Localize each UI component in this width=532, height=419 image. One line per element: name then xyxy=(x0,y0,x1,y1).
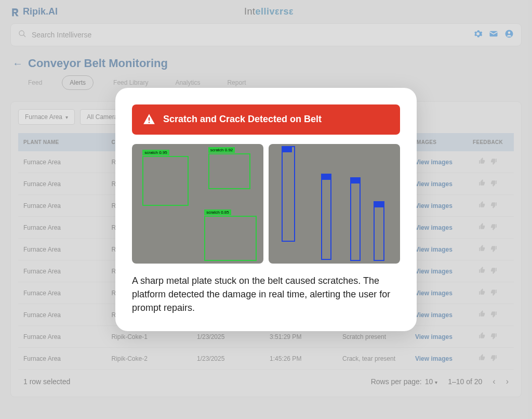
warning-icon xyxy=(142,113,156,126)
svg-rect-5 xyxy=(149,117,150,121)
alert-modal: Scratch and Crack Detected on Belt scrat… xyxy=(115,88,417,331)
modal-overlay[interactable]: Scratch and Crack Detected on Belt scrat… xyxy=(0,0,532,419)
detection-image-crack xyxy=(269,144,400,264)
svg-rect-6 xyxy=(149,122,150,123)
detection-image-scratch: scratch 0.95 scratch 0.92 scratch 0.85 xyxy=(132,144,263,264)
alert-banner: Scratch and Crack Detected on Belt xyxy=(132,104,400,135)
modal-description: A sharp metal plate stuck on the belt ca… xyxy=(132,274,400,315)
